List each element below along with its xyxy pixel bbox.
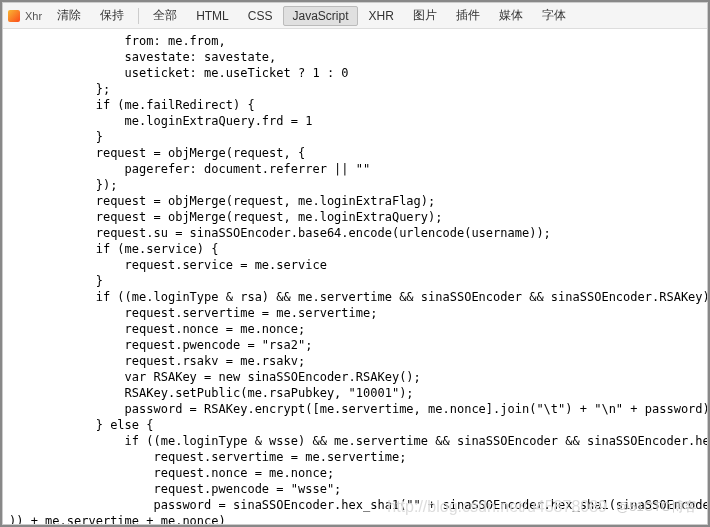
clear-button[interactable]: 清除 [49,5,89,26]
code-line: } [9,273,707,289]
code-viewer[interactable]: from: me.from, savestate: savestate, use… [3,29,707,524]
filter-xhr-button[interactable]: XHR [361,7,402,25]
code-line: from: me.from, [9,33,707,49]
code-line: RSAKey.setPublic(me.rsaPubkey, "10001"); [9,385,707,401]
code-line: request.servertime = me.servertime; [9,449,707,465]
separator [138,8,139,24]
code-line: password = RSAKey.encrypt([me.servertime… [9,401,707,417]
code-line: request.su = sinaSSOEncoder.base64.encod… [9,225,707,241]
filter-fonts-button[interactable]: 字体 [534,5,574,26]
code-line: useticket: me.useTicket ? 1 : 0 [9,65,707,81]
code-line: request.nonce = me.nonce; [9,321,707,337]
xhr-label: Xhr [25,10,42,22]
code-line: if ((me.loginType & wsse) && me.serverti… [9,433,707,449]
code-line: password = sinaSSOEncoder.hex_sha1("" + … [9,497,707,513]
code-line: request.servertime = me.servertime; [9,305,707,321]
code-line: pagerefer: document.referrer || "" [9,161,707,177]
preserve-button[interactable]: 保持 [92,5,132,26]
code-line: )) + me.servertime + me.nonce) [9,513,707,524]
code-line: } else { [9,417,707,433]
code-line: request.pwencode = "rsa2"; [9,337,707,353]
app-icon [8,10,20,22]
code-line: request.pwencode = "wsse"; [9,481,707,497]
code-line: request = objMerge(request, me.loginExtr… [9,209,707,225]
code-line: request = objMerge(request, me.loginExtr… [9,193,707,209]
filter-toolbar: Xhr 清除 保持 全部 HTML CSS JavaScript XHR 图片 … [3,3,707,29]
filter-css-button[interactable]: CSS [240,7,281,25]
code-line: me.loginExtraQuery.frd = 1 [9,113,707,129]
code-line: if ((me.loginType & rsa) && me.servertim… [9,289,707,305]
code-line: request.nonce = me.nonce; [9,465,707,481]
code-line: if (me.failRedirect) { [9,97,707,113]
code-line: savestate: savestate, [9,49,707,65]
code-line: request.service = me.service [9,257,707,273]
code-line: }; [9,81,707,97]
filter-plugins-button[interactable]: 插件 [448,5,488,26]
code-line: } [9,129,707,145]
code-line: var RSAKey = new sinaSSOEncoder.RSAKey()… [9,369,707,385]
code-line: request = objMerge(request, { [9,145,707,161]
filter-javascript-button[interactable]: JavaScript [283,6,357,26]
filter-all-button[interactable]: 全部 [145,5,185,26]
code-line: }); [9,177,707,193]
code-line: if (me.service) { [9,241,707,257]
code-line: request.rsakv = me.rsakv; [9,353,707,369]
filter-media-button[interactable]: 媒体 [491,5,531,26]
filter-images-button[interactable]: 图片 [405,5,445,26]
filter-html-button[interactable]: HTML [188,7,237,25]
